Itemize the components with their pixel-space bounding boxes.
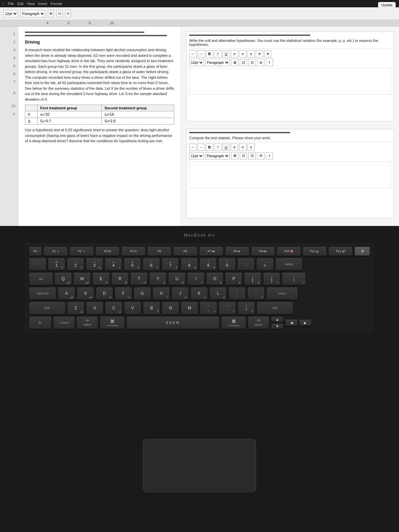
- link-q2[interactable]: ⊘: [257, 152, 264, 160]
- menu-file[interactable]: File: [8, 2, 14, 6]
- key-option-right[interactable]: altoption: [248, 316, 269, 329]
- key-backslash[interactable]: | \ ذ: [282, 272, 306, 285]
- list-btn-q1[interactable]: ✕: [256, 50, 263, 57]
- fmt-q1[interactable]: ⊡: [248, 59, 256, 66]
- key-touch-id[interactable]: ⏻: [354, 247, 370, 256]
- key-f3[interactable]: F3 ⊟: [95, 247, 120, 256]
- key-l[interactable]: L م: [209, 287, 227, 300]
- key-arrow-left[interactable]: ◀: [285, 319, 298, 326]
- key-h[interactable]: H ا: [153, 287, 170, 300]
- key-f[interactable]: F ب: [115, 287, 132, 300]
- key-option-left[interactable]: altoption: [76, 316, 98, 329]
- align2-btn-q1[interactable]: ≡: [239, 50, 246, 57]
- key-bracket-r[interactable]: } ] د: [263, 272, 280, 285]
- key-a[interactable]: A ش: [58, 287, 75, 300]
- image-btn-top[interactable]: ⊡: [57, 10, 63, 17]
- grid-btn-top[interactable]: ⊞: [48, 10, 54, 17]
- doc-body[interactable]: A research team studied the relationship…: [25, 47, 174, 102]
- style-q2[interactable]: Paragraph: [205, 152, 230, 160]
- key-f5[interactable]: F5: [147, 247, 172, 256]
- format-btn-top[interactable]: ⊡: [65, 10, 71, 17]
- key-semicolon[interactable]: : ; ؛: [228, 287, 246, 300]
- key-f7[interactable]: F7 ⏮: [199, 247, 223, 256]
- key-tab[interactable]: tab: [29, 272, 53, 285]
- key-f11[interactable]: F11 🔈: [303, 247, 327, 256]
- key-backtick[interactable]: ~ `: [29, 258, 46, 270]
- key-comma[interactable]: < , <: [200, 302, 217, 314]
- italic-btn-q2[interactable]: I: [214, 144, 221, 151]
- key-d[interactable]: D ي: [96, 287, 113, 300]
- key-8[interactable]: * 8 ٨: [181, 258, 198, 270]
- key-arrow-right[interactable]: ▶: [299, 319, 312, 326]
- key-g[interactable]: G: [134, 287, 151, 300]
- key-shift-left[interactable]: shift: [29, 302, 66, 314]
- list2-btn-q1[interactable]: ✕: [264, 50, 271, 57]
- line-collapse[interactable]: ∨: [0, 110, 18, 118]
- key-9[interactable]: ( 9 ٩: [200, 258, 217, 270]
- link-q1[interactable]: ⊘: [257, 59, 264, 66]
- key-space[interactable]: XSKN: [126, 316, 219, 329]
- key-j[interactable]: J ت: [172, 287, 189, 300]
- key-delete[interactable]: delete: [275, 258, 303, 270]
- underline-btn-q2[interactable]: U: [222, 144, 230, 151]
- grid-q1[interactable]: ⊞: [231, 59, 238, 66]
- key-c[interactable]: C ؤ: [105, 302, 122, 314]
- key-7[interactable]: & 7 ٧: [162, 258, 179, 270]
- key-k[interactable]: K ن: [191, 287, 208, 300]
- align2-btn-q2[interactable]: ≡: [239, 144, 246, 151]
- update-button[interactable]: Update: [378, 2, 396, 8]
- key-arrow-down[interactable]: ▼: [271, 323, 284, 329]
- key-minus[interactable]: _ -: [237, 258, 255, 270]
- key-6[interactable]: ^ 6 ٦: [143, 258, 160, 270]
- img-q2[interactable]: ⊡: [240, 152, 247, 160]
- key-quote[interactable]: " ' ك: [247, 287, 265, 300]
- undo-btn-q2[interactable]: ←: [189, 144, 197, 151]
- key-return[interactable]: return: [266, 287, 298, 300]
- key-3[interactable]: # 3 ر٣: [86, 258, 103, 270]
- key-shift-right[interactable]: shift: [257, 302, 293, 314]
- menu-insert[interactable]: Insert: [38, 2, 47, 6]
- redo-btn-q2[interactable]: →: [198, 144, 205, 151]
- key-period[interactable]: > . >: [219, 302, 236, 314]
- key-m[interactable]: M: [181, 302, 198, 314]
- key-f4[interactable]: F4 ⊙: [121, 247, 146, 256]
- key-f9[interactable]: F9 ⏭: [251, 247, 275, 256]
- key-command-left[interactable]: ⌘ command: [100, 316, 125, 329]
- menu-view[interactable]: View: [27, 2, 35, 6]
- fn-q2[interactable]: f: [266, 152, 273, 160]
- redo-btn-q1[interactable]: →: [198, 50, 205, 57]
- trackpad[interactable]: [143, 439, 256, 492]
- key-i[interactable]: I ه: [187, 272, 204, 285]
- key-fn[interactable]: Fn: [29, 247, 42, 256]
- key-e[interactable]: E ث: [92, 272, 110, 285]
- style-q1[interactable]: Paragraph: [205, 59, 230, 66]
- key-n[interactable]: N: [162, 302, 179, 314]
- fmt-q2[interactable]: ⊡: [248, 152, 256, 160]
- key-bracket-l[interactable]: { [ ج: [244, 272, 261, 285]
- key-z[interactable]: Z ئ: [67, 302, 84, 314]
- key-b[interactable]: B لا: [143, 302, 160, 314]
- key-5[interactable]: % 5 ٥: [124, 258, 141, 270]
- q1-answer-area[interactable]: [189, 68, 391, 95]
- font-size-select-top[interactable]: 12pt: [3, 10, 18, 17]
- italic-btn-q1[interactable]: I: [214, 50, 221, 57]
- key-2[interactable]: ☼ 2 ٢: [67, 258, 84, 270]
- menu-format[interactable]: Format: [51, 2, 62, 6]
- key-f10[interactable]: F10 🔇: [277, 247, 301, 256]
- key-r[interactable]: R ق: [111, 272, 129, 285]
- key-fn-bottom[interactable]: fn: [29, 316, 52, 329]
- key-4[interactable]: $ 4 ٤: [105, 258, 122, 270]
- key-q[interactable]: Q ض: [55, 272, 72, 285]
- grid-q2[interactable]: ⊞: [231, 152, 238, 160]
- undo-btn-q1[interactable]: ←: [189, 50, 197, 57]
- q2-answer-area[interactable]: [189, 161, 391, 188]
- fn-q1[interactable]: f: [266, 59, 273, 66]
- style-select-top[interactable]: Paragraph: [21, 10, 45, 17]
- key-slash[interactable]: ? / ؟: [238, 302, 255, 314]
- menu-edit[interactable]: Edit: [17, 2, 24, 6]
- apple-icon[interactable]: : [3, 2, 4, 6]
- key-y[interactable]: Y غ: [149, 272, 167, 285]
- key-w[interactable]: W ص: [73, 272, 91, 285]
- key-f1[interactable]: F1 ☼: [44, 247, 68, 256]
- bold-btn-q2[interactable]: B: [206, 144, 213, 151]
